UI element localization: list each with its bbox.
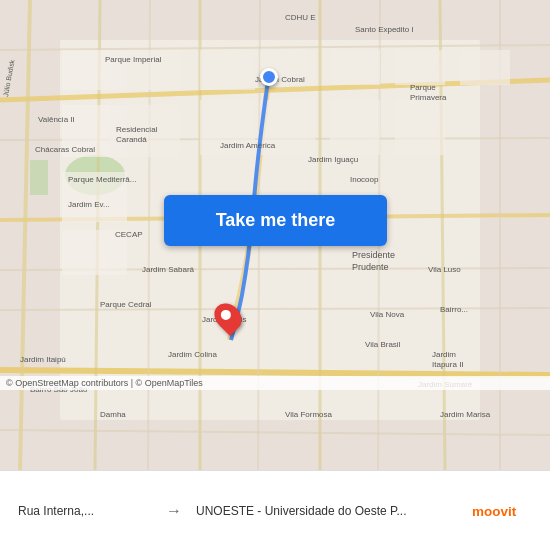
moovit-logo-svg: moovit	[472, 496, 532, 526]
svg-text:Jardim Colina: Jardim Colina	[168, 350, 217, 359]
moovit-logo: moovit	[472, 496, 540, 526]
svg-text:Vila Formosa: Vila Formosa	[285, 410, 333, 419]
svg-rect-31	[330, 50, 380, 85]
destination-text: UNOESTE - Universidade do Oeste P...	[196, 504, 464, 518]
svg-text:Chácaras Cobral: Chácaras Cobral	[35, 145, 95, 154]
svg-text:Jardim América: Jardim América	[220, 141, 276, 150]
svg-text:Bairro...: Bairro...	[440, 305, 468, 314]
svg-text:Vila Luso: Vila Luso	[428, 265, 461, 274]
destination-info: UNOESTE - Universidade do Oeste P...	[188, 504, 472, 518]
origin-text: Rua Interna,...	[18, 504, 152, 518]
svg-text:Parque Mediterrâ...: Parque Mediterrâ...	[68, 175, 136, 184]
svg-text:Jardim Itaipú: Jardim Itaipú	[20, 355, 66, 364]
svg-text:Jardim: Jardim	[432, 350, 456, 359]
svg-text:moovit: moovit	[472, 504, 517, 519]
svg-text:Parque Cedral: Parque Cedral	[100, 300, 152, 309]
svg-rect-34	[395, 100, 445, 155]
svg-text:Jardim Iguaçu: Jardim Iguaçu	[308, 155, 358, 164]
svg-text:Vila Nova: Vila Nova	[370, 310, 405, 319]
svg-text:Santo Expedito I: Santo Expedito I	[355, 25, 414, 34]
svg-text:CDHU E: CDHU E	[285, 13, 316, 22]
svg-text:Jardim Sabará: Jardim Sabará	[142, 265, 195, 274]
copyright-text: © OpenStreetMap contributors | © OpenMap…	[6, 378, 203, 388]
svg-text:Prudente: Prudente	[352, 262, 389, 272]
svg-text:Vila Brasil: Vila Brasil	[365, 340, 401, 349]
svg-rect-27	[200, 50, 255, 90]
svg-text:Presidente: Presidente	[352, 250, 395, 260]
svg-text:CECAP: CECAP	[115, 230, 143, 239]
svg-text:Valência II: Valência II	[38, 115, 75, 124]
bottom-bar: Rua Interna,... → UNOESTE - Universidade…	[0, 470, 550, 550]
svg-text:Jardim Marisa: Jardim Marisa	[440, 410, 491, 419]
take-me-there-button[interactable]: Take me there	[164, 195, 387, 246]
svg-text:Residencial: Residencial	[116, 125, 158, 134]
svg-rect-35	[460, 50, 510, 85]
svg-rect-32	[330, 100, 380, 155]
origin-marker	[260, 68, 278, 86]
direction-arrow: →	[160, 502, 188, 520]
svg-text:Jardim Ev...: Jardim Ev...	[68, 200, 110, 209]
map-container: CDHU E Santo Expedito I Parque Imperial …	[0, 0, 550, 470]
svg-text:Parque Imperial: Parque Imperial	[105, 55, 162, 64]
svg-rect-3	[30, 160, 48, 195]
svg-text:Parque: Parque	[410, 83, 436, 92]
svg-rect-33	[395, 50, 445, 85]
svg-text:Itapura II: Itapura II	[432, 360, 464, 369]
svg-text:Damha: Damha	[100, 410, 126, 419]
copyright-bar: © OpenStreetMap contributors | © OpenMap…	[0, 376, 550, 390]
svg-text:Carandá: Carandá	[116, 135, 147, 144]
svg-text:Inocoop: Inocoop	[350, 175, 379, 184]
origin-info: Rua Interna,...	[10, 504, 160, 518]
svg-text:Primavera: Primavera	[410, 93, 447, 102]
